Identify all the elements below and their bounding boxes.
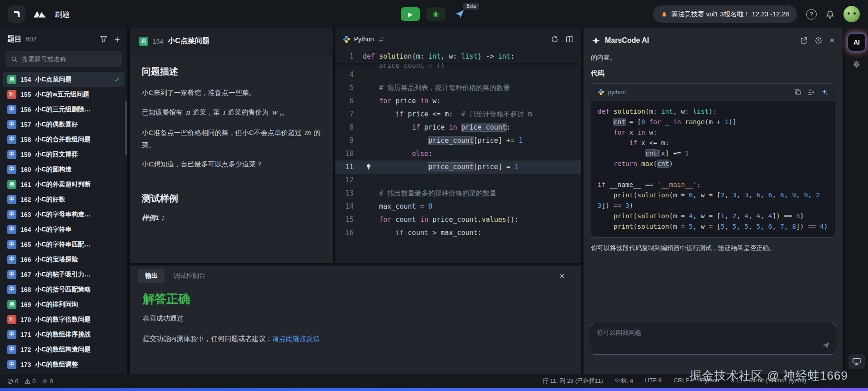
problem-id: 166 (20, 256, 31, 263)
code-line[interactable]: 15 for count in price_count.values(): (335, 213, 581, 226)
statusbar-item[interactable]: 空格: 4 (615, 377, 633, 385)
feedback-link[interactable]: 请点此链接反馈 (272, 335, 320, 342)
problem-title: 小C的三元组删除… (35, 105, 90, 114)
search-box[interactable] (5, 51, 122, 67)
statusbar-problems[interactable]: 0 0 i0 (7, 378, 57, 385)
statusbar-item[interactable]: 行 11, 列 28 (已选择11) (543, 377, 603, 385)
problem-list-item[interactable]: 中166小C的宝塔探险 (3, 252, 125, 267)
code-line[interactable]: 9 price_count[price] += 1 (335, 134, 581, 147)
difficulty-badge: 易 (139, 37, 148, 46)
problem-list-item[interactable]: 中173小C的数组调整 (3, 357, 125, 372)
difficulty-badge: 难 (7, 315, 16, 324)
ai-code-heading: 代码 (591, 69, 835, 78)
paper-plane-icon (454, 9, 464, 19)
ai-assistant-button[interactable]: AI (848, 34, 865, 51)
history-icon[interactable] (815, 37, 822, 44)
code-line[interactable]: 16 if count > max_count: (335, 226, 581, 240)
statusbar-item[interactable]: UTF-8 (645, 377, 662, 385)
search-input[interactable] (22, 55, 116, 63)
description-heading: 问题描述 (142, 65, 321, 78)
copy-icon[interactable] (794, 89, 801, 95)
lightbulb-icon[interactable] (365, 164, 372, 170)
problem-list-item[interactable]: 中164小C的字符串 (3, 222, 125, 237)
insert-code-icon[interactable] (808, 89, 815, 96)
bell-icon[interactable] (826, 10, 834, 19)
line-number: 6 (335, 95, 363, 108)
result-subtitle: 恭喜成功通过 (143, 314, 568, 323)
reset-code-icon[interactable] (551, 35, 559, 43)
code-line[interactable]: 12 (335, 174, 581, 187)
tab-debug-console[interactable]: 调试控制台 (174, 272, 205, 280)
problem-list-item[interactable]: 中159小C的回文博弈 (3, 147, 125, 162)
problem-list-item[interactable]: 中156小C的三元组删除… (3, 102, 125, 117)
problem-list-item[interactable]: 难170小C的数字倍数问题 (3, 312, 125, 327)
problem-title: 小C的回文博弈 (35, 150, 78, 159)
problem-list-item[interactable]: 中172小C的数组构造问题 (3, 342, 125, 357)
problem-list-item[interactable]: 中160小C的圆构造 (3, 162, 125, 177)
code-line[interactable]: 10 else: (335, 147, 581, 160)
problem-list-item[interactable]: 中167小C的帖子吸引力… (3, 267, 125, 282)
problem-title: 小C的字符串匹配… (35, 241, 90, 249)
statusbar-item[interactable]: CRLF (673, 377, 689, 385)
export-chat-icon[interactable] (800, 37, 808, 44)
marscode-logo[interactable] (8, 5, 25, 23)
problem-title: 小C的排列问询 (35, 301, 78, 309)
sample-label: 样例1： (142, 214, 321, 222)
problem-list-item[interactable]: 中165小C的字符串匹配… (3, 237, 125, 252)
code-line[interactable]: 14 max_count = 0 (335, 200, 581, 213)
submit-beta-button[interactable]: Beta (452, 6, 467, 22)
code-line[interactable]: 1def solution(m: int, w: list) -> int: (335, 50, 581, 63)
sparkle-icon[interactable] (821, 89, 828, 96)
problem-id: 168 (20, 286, 31, 293)
problem-list-item[interactable]: 易169小C的排列问询 (3, 297, 125, 312)
avatar[interactable] (843, 6, 860, 22)
plugin-icon[interactable] (853, 60, 861, 68)
contest-banner[interactable]: 算法竞技赛 vol1 3报名啦！ 12.23 -12.28 (653, 5, 797, 23)
ai-input-box[interactable] (590, 323, 836, 355)
close-icon[interactable]: × (829, 36, 834, 45)
help-icon[interactable]: ? (806, 9, 817, 20)
switch-language-icon[interactable] (378, 36, 384, 43)
sidebar-scrollbar[interactable] (125, 101, 127, 155)
code-line[interactable]: 4 (335, 68, 581, 81)
send-icon[interactable] (822, 341, 830, 350)
close-icon[interactable]: × (559, 271, 564, 281)
problem-list-item[interactable]: 中158小C的合并数组问题 (3, 132, 125, 147)
tab-python[interactable]: Python (343, 35, 384, 43)
code-line[interactable]: 13 # 找出数量最多的那种价格的菜的数量 (335, 187, 581, 200)
difficulty-badge: 易 (7, 75, 16, 84)
debug-button[interactable] (426, 7, 445, 21)
code-line[interactable]: 5 # 遍历菜品列表，统计每种价格的菜的数量 (335, 81, 581, 95)
problem-list-item[interactable]: 难155小C的w五元组问题 (3, 87, 125, 102)
problem-list-item[interactable]: 中163小C的字母串构造… (3, 207, 125, 222)
ai-code[interactable]: def solution(m: int, w: list): cnt = [0 … (591, 101, 835, 237)
problem-title: 小C的括号匹配策略 (35, 286, 90, 294)
beta-badge: Beta (463, 3, 479, 10)
problem-title: 小C的数组调整 (35, 361, 78, 369)
monitor-button[interactable] (848, 354, 865, 369)
ai-input[interactable] (597, 329, 816, 349)
mountain-logo-icon[interactable] (33, 10, 47, 19)
editor-code[interactable]: 1def solution(m: int, w: list) -> int: p… (335, 50, 581, 263)
problem-panel: 易 154 小C点菜问题 问题描述 小C来到了一家餐馆，准备点一些菜。已知该餐馆… (130, 28, 333, 263)
problem-title: 小C的偶数喜好 (35, 120, 78, 129)
code-line[interactable]: 11 price_count[price] = 1 (335, 160, 581, 174)
problem-id: 159 (20, 151, 31, 158)
problem-list-item[interactable]: 易161小C的外卖超时判断 (3, 177, 125, 192)
run-button[interactable]: ▶ (401, 7, 420, 21)
problem-id: 154 (20, 76, 31, 83)
code-line[interactable]: 7 if price <= m: # 只统计价格不超过 m (335, 108, 581, 121)
add-icon[interactable]: + (115, 35, 120, 44)
code-line[interactable]: price_count = {} (335, 63, 581, 68)
problem-list-item[interactable]: 易154小C点菜问题✓ (3, 72, 125, 87)
code-line[interactable]: 8 if price in price_count: (335, 121, 581, 134)
problem-list-item[interactable]: 中171小C的数组排序挑战 (3, 327, 125, 342)
filter-icon[interactable] (100, 35, 107, 43)
sidebar-title: 题目 (7, 35, 22, 44)
problem-list-item[interactable]: 中157小C的偶数喜好 (3, 117, 125, 132)
split-editor-icon[interactable] (566, 35, 574, 43)
code-line[interactable]: 6 for price in w: (335, 95, 581, 108)
tab-output[interactable]: 输出 (138, 269, 165, 283)
problem-list-item[interactable]: 中168小C的括号匹配策略 (3, 282, 125, 297)
problem-list-item[interactable]: 中162小C的好数 (3, 192, 125, 207)
